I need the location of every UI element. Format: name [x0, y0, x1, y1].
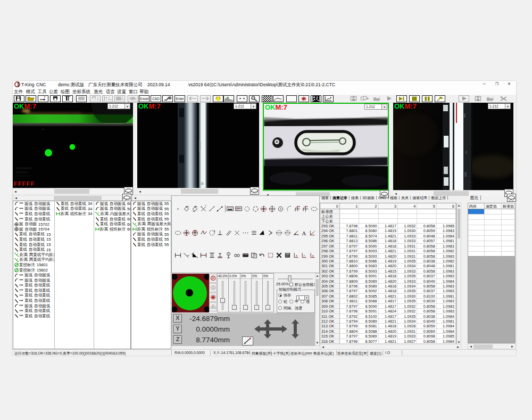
- camera-3-image[interactable]: OKM:7 1-212▼: [263, 103, 389, 191]
- toolbar-histogram-icon[interactable]: [223, 95, 234, 102]
- measure-item-直线[interactable]: 直线自动直线66: [94, 217, 131, 222]
- measure-item-圆弧[interactable]: ***圆弧自动圆弧: [13, 278, 54, 283]
- results-data-row[interactable]: 310 OK7.87968.50911.48241.09320.80581.09…: [320, 309, 456, 314]
- element-row[interactable]: [468, 246, 515, 252]
- light-slider-4[interactable]: 0%: [252, 273, 263, 312]
- palette-tool-circ-d2-icon[interactable]: [251, 204, 260, 213]
- palette-tool-circ-line-icon[interactable]: [275, 228, 284, 237]
- toolbar-blank-icon[interactable]: [286, 95, 297, 102]
- results-data-row[interactable]: 311 OK7.87928.51001.48171.09350.80381.09…: [320, 314, 456, 319]
- minimize-button[interactable]: –: [481, 81, 487, 87]
- chevron-down-icon[interactable]: ▼: [125, 103, 130, 109]
- jog-mode-rings-icon[interactable]: [209, 283, 217, 292]
- jog-mode-cross-icon[interactable]: [209, 293, 217, 302]
- results-tab-9[interactable]: 数据上传: [429, 196, 448, 200]
- palette-tool-ellipse-d-icon[interactable]: [310, 204, 319, 213]
- results-data-row[interactable]: 301 OK7.88008.50831.48201.09340.80481.09…: [320, 263, 456, 268]
- results-tab-4[interactable]: 3D测量: [361, 196, 377, 200]
- toolbar-enter-button[interactable]: Enter: [174, 95, 185, 102]
- palette-tool-screen2-icon[interactable]: [235, 204, 243, 213]
- toolbar-edge-tool-icon[interactable]: [62, 95, 73, 102]
- measure-item-直线[interactable]: 直线自动直线15: [13, 242, 54, 248]
- palette-tool-screen1-icon[interactable]: [226, 204, 235, 213]
- light-slider-3[interactable]: 0%: [240, 273, 252, 312]
- results-tab-6[interactable]: 模板: [388, 196, 400, 200]
- toolbar-laser-icon[interactable]: [298, 95, 309, 102]
- camera-1-mag-combo[interactable]: 1-212▼: [107, 103, 130, 109]
- measure-item-圆弧[interactable]: 圆弧自动圆弧55: [131, 201, 171, 207]
- measure-list-panel-b[interactable]: 圆弧自动圆弧55圆弧自动圆弧55直线自动直线55直线自动直线55距离两圆弧最大距…: [131, 201, 171, 349]
- results-tab-8[interactable]: 测量结果: [411, 196, 429, 200]
- element-row[interactable]: [468, 241, 515, 246]
- toolbar-chart-icon[interactable]: [323, 95, 334, 102]
- results-data-row[interactable]: 295 OK7.88118.50741.48211.09330.80481.09…: [320, 234, 456, 238]
- measure-item-距离[interactable]: 距离两圆弧最大距: [131, 221, 171, 227]
- results-vscrollbar[interactable]: ▲ ▼: [456, 203, 461, 345]
- scroll-thumb[interactable]: [181, 189, 218, 194]
- element-table[interactable]: 内容测定值标准值: [468, 203, 516, 257]
- scroll-thumb[interactable]: [316, 279, 319, 296]
- measure-item-圆弧[interactable]: 圆弧自动圆弧55: [131, 232, 171, 237]
- jog-arrows-xy-icon[interactable]: [254, 319, 287, 339]
- results-label-row-上公差[interactable]: 上公差: [320, 214, 456, 219]
- palette-tool-circ-dot-icon[interactable]: [277, 204, 285, 213]
- results-label-row-标准值[interactable]: 标准值: [320, 209, 456, 214]
- results-data-row[interactable]: 293 OK7.87968.50901.48171.09320.80581.09…: [320, 224, 456, 228]
- toolbar-stop-icon[interactable]: [409, 95, 420, 102]
- measure-item-圆弧[interactable]: 圆弧自动圆弧56: [94, 207, 131, 212]
- results-tab-5[interactable]: CNC: [377, 196, 388, 200]
- palette-tool-arc-cross-icon[interactable]: [293, 204, 302, 213]
- jog-mode-flower-icon[interactable]: [209, 302, 217, 311]
- measure-list-col-4[interactable]: 圆弧自动圆弧55圆弧自动圆弧55直线自动直线55直线自动直线55距离两圆弧最大距…: [131, 201, 171, 349]
- results-tab-3[interactable]: 报表: [350, 196, 361, 200]
- results-data-row[interactable]: 314 OK7.88048.50881.48201.09310.80691.09…: [320, 329, 456, 334]
- radio-icon[interactable]: [278, 300, 282, 303]
- palette-tool-dots3-icon[interactable]: [241, 228, 250, 237]
- scroll-arrow-icon[interactable]: ▼: [315, 341, 319, 345]
- palette-tool-dot-icon[interactable]: [174, 204, 182, 213]
- element-row[interactable]: [468, 220, 515, 225]
- results-data-row[interactable]: 316 OK7.87968.50771.48211.09270.80581.09…: [320, 339, 456, 344]
- measure-item-直线[interactable]: 直线自动直线55: [131, 211, 171, 217]
- scroll-arrow-icon[interactable]: ◂: [132, 195, 138, 200]
- radio-icon[interactable]: [278, 293, 282, 297]
- palette-tool-arc-d-icon[interactable]: [285, 204, 293, 213]
- element-panel-tab[interactable]: 图元: [468, 195, 481, 201]
- measure-item-直线[interactable]: ***直线自动直线: [13, 314, 54, 319]
- toolbar-light-icon[interactable]: [213, 95, 223, 102]
- scroll-arrow-icon[interactable]: ▸: [510, 344, 515, 349]
- results-header-row[interactable]: 0123456: [320, 203, 456, 209]
- light-slider-1-thumb[interactable]: [220, 298, 225, 303]
- measure-list-col-2[interactable]: 直线自动直线34直线自动直线34距离线性标注34: [55, 201, 94, 349]
- palette-tool-arc-cross2-icon[interactable]: [302, 204, 310, 213]
- palette-tool-lr-icon[interactable]: r: [300, 250, 309, 260]
- measure-item-直线[interactable]: ***直线自动直线: [13, 293, 54, 299]
- results-data-row[interactable]: 315 OK7.87978.50891.48191.09330.80981.09…: [320, 334, 456, 339]
- measure-list-col-3[interactable]: 圆弧自动圆弧66圆弧自动圆弧56距离内圆弧最大距直线自动直线66直线自动直线66…: [94, 201, 131, 349]
- toolbar-trend-icon[interactable]: [273, 95, 284, 102]
- results-data-row[interactable]: 294 OK7.88018.50801.48191.09300.80591.09…: [320, 228, 456, 233]
- results-data-row[interactable]: 305 OK7.87968.50891.48181.09340.80581.09…: [320, 284, 456, 289]
- measure-item-直线[interactable]: ***直线自动直线: [13, 211, 54, 217]
- camera-2-hscrollbar[interactable]: ◂: [137, 188, 259, 194]
- palette-tool-circ-line2-icon[interactable]: [283, 228, 292, 237]
- palette-tool-calc-icon[interactable]: [283, 250, 292, 260]
- measure-list-col-1[interactable]: ***圆弧自动圆弧***圆弧自动圆弧***直线自动直线***直线自动直线圆自动圆…: [13, 201, 55, 349]
- camera-3-mag-combo[interactable]: 1-212▼: [364, 104, 387, 110]
- element-hscrollbar[interactable]: ◂ ▸: [468, 343, 516, 349]
- results-data-row[interactable]: 303 OK7.88068.50911.48181.09350.80371.09…: [320, 274, 456, 278]
- measure-item-直线[interactable]: 直线自动直线55: [131, 217, 171, 222]
- camera-2-image[interactable]: OKM:7 1-212▼: [137, 103, 259, 188]
- measure-item-距离[interactable]: 距离内圆弧最大距: [94, 211, 131, 217]
- measure-item-距离[interactable]: 距离两直线平均距离: [13, 258, 54, 263]
- palette-tool-lollipop-icon[interactable]: [225, 250, 233, 260]
- toolbar-run-to-end-icon[interactable]: [396, 95, 407, 102]
- toolbar-probe-icon[interactable]: [50, 95, 61, 102]
- palette-tool-spline-icon[interactable]: [199, 228, 207, 237]
- toolbar-pattern-icon[interactable]: [262, 95, 272, 102]
- measure-item-直径标注[interactable]: 直径标注15801: [13, 262, 54, 268]
- panel-a-hscrollbar[interactable]: ◂: [13, 195, 122, 201]
- axis-x-button[interactable]: X: [173, 314, 182, 323]
- scroll-arrow-icon[interactable]: ▲: [457, 203, 461, 208]
- palette-tool-circ-d-icon[interactable]: [243, 204, 251, 213]
